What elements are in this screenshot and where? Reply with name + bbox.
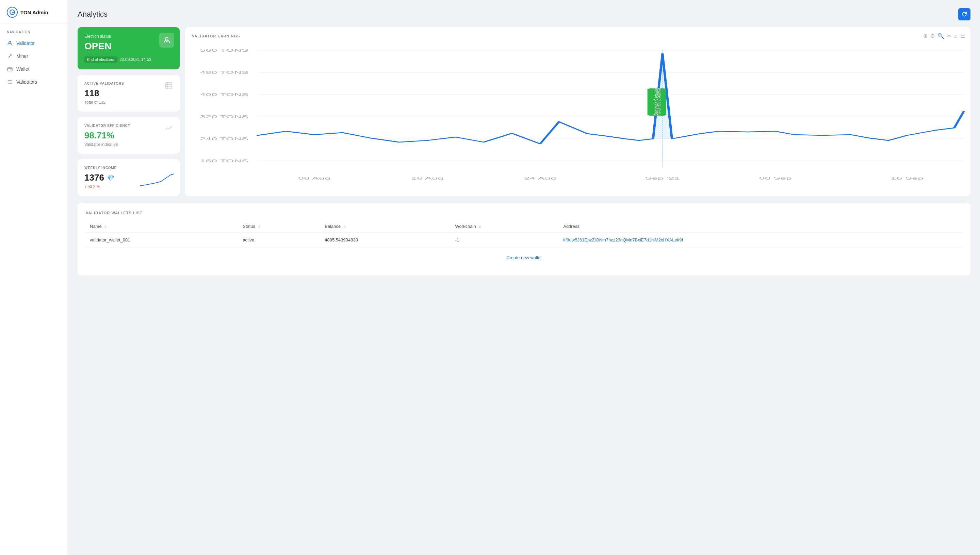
- wallet-status: active: [239, 233, 321, 247]
- earnings-chart: 560 TONS 480 TONS 400 TONS 320 TONS 240 …: [192, 43, 964, 186]
- svg-point-4: [9, 41, 11, 43]
- diamond-icon: 💎: [107, 174, 114, 181]
- svg-point-2: [13, 12, 14, 13]
- page-header: Analytics: [77, 8, 970, 21]
- top-row: Election status OPEN End of elections: 2…: [77, 27, 970, 196]
- election-card: Election status OPEN End of elections: 2…: [77, 27, 180, 69]
- col-address: Address: [559, 220, 962, 233]
- sidebar-item-validators-label: Validators: [16, 79, 37, 85]
- election-end-time: 20.09.2021 14:53: [119, 57, 151, 62]
- col-workchain[interactable]: Workchain ⇅: [451, 220, 559, 233]
- table-header-row: Name ⇅ Status ⇅ Balance ⇅ Workchain ⇅ Ad…: [86, 220, 962, 233]
- svg-text:16 Aug: 16 Aug: [411, 176, 443, 181]
- wallet-name: validator_wallet_001: [86, 233, 239, 247]
- create-wallet-row: Create new wallet: [86, 247, 962, 267]
- svg-text:400 TONS: 400 TONS: [200, 93, 248, 97]
- validators-icon: [7, 79, 13, 85]
- wallet-balance: 4805.543934838: [321, 233, 451, 247]
- chart-card: VALIDATOR EARNINGS ⊕ ⊖ 🔍 ✂ ⌂ ☰ 56: [185, 27, 970, 196]
- svg-text:240 TONS: 240 TONS: [200, 137, 248, 141]
- sidebar-item-miner-label: Miner: [16, 53, 28, 59]
- app-logo: TON Admin: [0, 0, 68, 24]
- svg-text:08 Sep: 08 Sep: [759, 176, 792, 181]
- wallet-workchain: -1: [451, 233, 559, 247]
- weekly-income-label: Weekly income: [84, 166, 173, 170]
- app-name: TON Admin: [21, 10, 48, 15]
- active-validators-value: 118: [84, 88, 173, 99]
- sort-icon-name: ⇅: [104, 225, 107, 229]
- efficiency-sub: Validator index: 98: [84, 142, 173, 147]
- sort-icon-balance: ⇅: [343, 225, 346, 229]
- table-title: VALIDATOR WALLETS LIST: [86, 211, 962, 215]
- sidebar-item-validators[interactable]: Validators: [0, 75, 68, 88]
- svg-text:Returned 2 stakes: Returned 2 stakes: [652, 88, 662, 115]
- active-validators-card: ACTIVE VALIDATORS 118 Total of 132: [77, 75, 180, 112]
- efficiency-card: VALIDATOR EFFICIENCY 98.71% Validator in…: [77, 117, 180, 154]
- menu-button[interactable]: ☰: [960, 33, 965, 39]
- zoom-in-button[interactable]: ⊕: [923, 33, 928, 39]
- search-chart-button[interactable]: 🔍: [937, 33, 944, 39]
- sidebar-item-miner[interactable]: Miner: [0, 50, 68, 63]
- svg-text:480 TONS: 480 TONS: [200, 71, 248, 75]
- svg-rect-8: [8, 68, 12, 71]
- svg-text:08 Aug: 08 Aug: [298, 176, 330, 181]
- sort-icon-workchain: ⇅: [479, 225, 481, 229]
- chart-title: VALIDATOR EARNINGS: [192, 34, 964, 38]
- nav-label: NAVIGATION: [0, 24, 68, 37]
- home-button[interactable]: ⌂: [954, 33, 958, 39]
- election-end: End of elections: 20.09.2021 14:53: [84, 56, 173, 63]
- cut-button[interactable]: ✂: [947, 33, 951, 39]
- sidebar-item-wallet[interactable]: Wallet: [0, 63, 68, 75]
- svg-point-13: [165, 37, 168, 40]
- svg-rect-9: [11, 69, 11, 70]
- table-section: VALIDATOR WALLETS LIST Name ⇅ Status ⇅ B…: [77, 203, 970, 276]
- svg-text:Sep '21: Sep '21: [645, 176, 680, 181]
- svg-text:560 TONS: 560 TONS: [200, 48, 248, 53]
- active-validators-sub: Total of 132: [84, 100, 173, 105]
- validators-stat-icon: [165, 82, 173, 92]
- efficiency-icon: [165, 124, 173, 134]
- page-title: Analytics: [77, 10, 108, 19]
- wallet-icon: [7, 66, 13, 72]
- validator-icon: [7, 40, 13, 46]
- svg-rect-16: [166, 83, 172, 89]
- zoom-out-button[interactable]: ⊖: [930, 33, 935, 39]
- income-value: 1376: [84, 172, 104, 183]
- main-content: Analytics Election status OPEN End of el…: [68, 0, 980, 555]
- wallet-address[interactable]: kf8uw5J61EpzZiONm7hcz23nQMn7BxlE7d1hiM2x…: [559, 233, 962, 247]
- weekly-income-card: Weekly income 1376 💎 ↓ 50.2 %: [77, 159, 180, 196]
- refresh-button[interactable]: [958, 8, 970, 21]
- election-icon: [159, 33, 174, 48]
- sidebar-item-validator[interactable]: Validator: [0, 37, 68, 50]
- sidebar-item-validator-label: Validator: [16, 40, 35, 46]
- active-validators-label: ACTIVE VALIDATORS: [84, 82, 173, 85]
- table-row: validator_wallet_001 active 4805.5439348…: [86, 233, 962, 247]
- svg-line-3: [11, 11, 13, 13]
- svg-text:16 Sep: 16 Sep: [891, 176, 924, 181]
- chart-controls: ⊕ ⊖ 🔍 ✂ ⌂ ☰: [923, 33, 965, 39]
- create-wallet-button[interactable]: Create new wallet: [506, 255, 541, 260]
- svg-line-6: [8, 56, 10, 58]
- election-end-label: End of elections:: [84, 56, 117, 63]
- sidebar: TON Admin NAVIGATION Validator Miner: [0, 0, 68, 555]
- logo-icon: [7, 7, 18, 18]
- sidebar-item-wallet-label: Wallet: [16, 66, 29, 72]
- efficiency-value: 98.71%: [84, 130, 173, 141]
- sort-icon-status: ⇅: [258, 225, 261, 229]
- col-name[interactable]: Name ⇅: [86, 220, 239, 233]
- income-sparkline: [140, 172, 174, 189]
- efficiency-label: VALIDATOR EFFICIENCY: [84, 124, 173, 128]
- svg-text:24 Aug: 24 Aug: [524, 176, 556, 181]
- svg-point-1: [11, 12, 11, 13]
- validator-wallets-table: Name ⇅ Status ⇅ Balance ⇅ Workchain ⇅ Ad…: [86, 220, 962, 247]
- miner-icon: [7, 53, 13, 59]
- left-cards: Election status OPEN End of elections: 2…: [77, 27, 180, 196]
- svg-text:160 TONS: 160 TONS: [200, 159, 248, 163]
- col-balance[interactable]: Balance ⇅: [321, 220, 451, 233]
- svg-text:320 TONS: 320 TONS: [200, 115, 248, 119]
- col-status[interactable]: Status ⇅: [239, 220, 321, 233]
